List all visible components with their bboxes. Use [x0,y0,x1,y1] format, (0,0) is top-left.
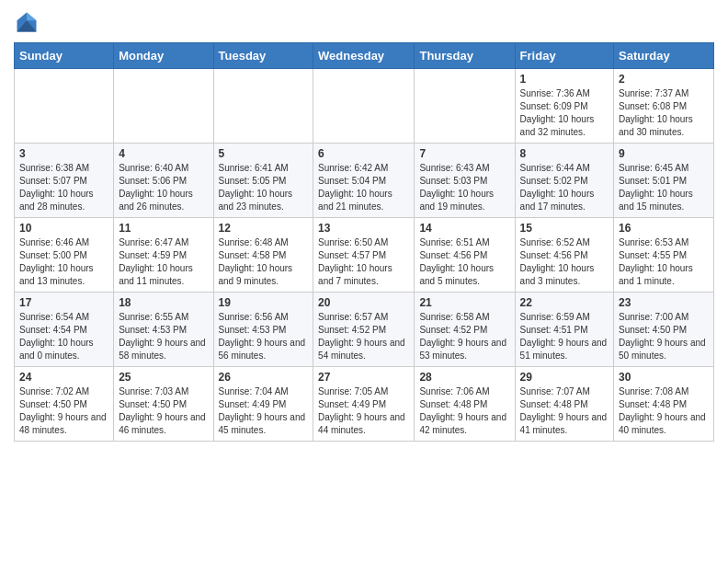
day-number: 4 [119,147,208,160]
day-info: Sunrise: 6:57 AM Sunset: 4:52 PM Dayligh… [318,311,409,362]
day-number: 15 [520,222,609,235]
day-info: Sunrise: 6:50 AM Sunset: 4:57 PM Dayligh… [318,236,409,288]
weekday-header-row: SundayMondayTuesdayWednesdayThursdayFrid… [15,43,714,69]
page-container: SundayMondayTuesdayWednesdayThursdayFrid… [0,0,728,451]
day-number: 12 [219,222,309,235]
calendar-day-cell: 20Sunrise: 6:57 AM Sunset: 4:52 PM Dayli… [313,293,415,367]
calendar-day-cell: 7Sunrise: 6:43 AM Sunset: 5:03 PM Daylig… [415,144,515,218]
day-info: Sunrise: 7:05 AM Sunset: 4:49 PM Dayligh… [318,385,409,437]
day-info: Sunrise: 6:48 AM Sunset: 4:58 PM Dayligh… [219,236,309,288]
day-number: 28 [419,371,509,384]
calendar-day-cell [415,69,515,144]
day-info: Sunrise: 6:51 AM Sunset: 4:56 PM Dayligh… [419,236,509,288]
calendar-week-row: 1Sunrise: 7:36 AM Sunset: 6:09 PM Daylig… [15,69,714,144]
day-info: Sunrise: 7:03 AM Sunset: 4:50 PM Dayligh… [119,385,208,437]
calendar-day-cell: 30Sunrise: 7:08 AM Sunset: 4:48 PM Dayli… [614,367,714,442]
day-number: 24 [19,371,108,384]
day-number: 9 [619,147,709,160]
calendar-day-cell: 15Sunrise: 6:52 AM Sunset: 4:56 PM Dayli… [515,218,613,293]
day-number: 10 [19,222,108,235]
day-info: Sunrise: 6:43 AM Sunset: 5:03 PM Dayligh… [419,162,509,213]
day-number: 3 [19,147,108,160]
day-number: 23 [619,296,709,309]
day-number: 25 [119,371,208,384]
logo-icon [14,9,40,35]
day-number: 7 [419,147,509,160]
calendar-day-cell [15,69,114,144]
day-number: 26 [219,371,309,384]
day-number: 16 [619,222,709,235]
calendar-week-row: 17Sunrise: 6:54 AM Sunset: 4:54 PM Dayli… [15,293,714,367]
day-number: 6 [318,147,409,160]
calendar-day-cell: 3Sunrise: 6:38 AM Sunset: 5:07 PM Daylig… [15,144,114,218]
calendar-day-cell: 21Sunrise: 6:58 AM Sunset: 4:52 PM Dayli… [415,293,515,367]
day-number: 29 [520,371,609,384]
day-info: Sunrise: 7:02 AM Sunset: 4:50 PM Dayligh… [19,385,108,437]
day-number: 20 [318,296,409,309]
calendar-day-cell: 22Sunrise: 6:59 AM Sunset: 4:51 PM Dayli… [515,293,613,367]
calendar-day-cell [114,69,213,144]
day-info: Sunrise: 7:00 AM Sunset: 4:50 PM Dayligh… [619,311,709,362]
logo [14,9,43,35]
calendar-day-cell [313,69,415,144]
page-header [14,9,714,35]
day-number: 18 [119,296,208,309]
calendar-day-cell: 25Sunrise: 7:03 AM Sunset: 4:50 PM Dayli… [114,367,213,442]
day-number: 22 [520,296,609,309]
day-number: 17 [19,296,108,309]
calendar-day-cell: 6Sunrise: 6:42 AM Sunset: 5:04 PM Daylig… [313,144,415,218]
weekday-header-friday: Friday [515,43,613,69]
day-info: Sunrise: 6:52 AM Sunset: 4:56 PM Dayligh… [520,236,609,288]
calendar-day-cell: 12Sunrise: 6:48 AM Sunset: 4:58 PM Dayli… [213,218,313,293]
weekday-header-wednesday: Wednesday [313,43,415,69]
calendar-day-cell: 8Sunrise: 6:44 AM Sunset: 5:02 PM Daylig… [515,144,613,218]
day-info: Sunrise: 6:56 AM Sunset: 4:53 PM Dayligh… [219,311,309,362]
day-number: 30 [619,371,709,384]
day-info: Sunrise: 6:55 AM Sunset: 4:53 PM Dayligh… [119,311,208,362]
calendar-day-cell: 23Sunrise: 7:00 AM Sunset: 4:50 PM Dayli… [614,293,714,367]
calendar-day-cell: 18Sunrise: 6:55 AM Sunset: 4:53 PM Dayli… [114,293,213,367]
calendar-day-cell: 13Sunrise: 6:50 AM Sunset: 4:57 PM Dayli… [313,218,415,293]
day-number: 2 [619,73,709,86]
day-number: 19 [219,296,309,309]
day-number: 5 [219,147,309,160]
day-number: 13 [318,222,409,235]
svg-marker-1 [27,13,37,21]
day-info: Sunrise: 6:59 AM Sunset: 4:51 PM Dayligh… [520,311,609,362]
calendar-week-row: 10Sunrise: 6:46 AM Sunset: 5:00 PM Dayli… [15,218,714,293]
calendar-day-cell: 19Sunrise: 6:56 AM Sunset: 4:53 PM Dayli… [213,293,313,367]
day-info: Sunrise: 7:37 AM Sunset: 6:08 PM Dayligh… [619,87,709,139]
calendar-day-cell [213,69,313,144]
weekday-header-thursday: Thursday [415,43,515,69]
day-info: Sunrise: 6:54 AM Sunset: 4:54 PM Dayligh… [19,311,108,362]
day-info: Sunrise: 6:44 AM Sunset: 5:02 PM Dayligh… [520,162,609,213]
calendar-day-cell: 9Sunrise: 6:45 AM Sunset: 5:01 PM Daylig… [614,144,714,218]
calendar-day-cell: 11Sunrise: 6:47 AM Sunset: 4:59 PM Dayli… [114,218,213,293]
day-number: 21 [419,296,509,309]
day-info: Sunrise: 6:53 AM Sunset: 4:55 PM Dayligh… [619,236,709,288]
calendar-table: SundayMondayTuesdayWednesdayThursdayFrid… [14,42,714,442]
calendar-day-cell: 1Sunrise: 7:36 AM Sunset: 6:09 PM Daylig… [515,69,613,144]
day-info: Sunrise: 7:07 AM Sunset: 4:48 PM Dayligh… [520,385,609,437]
day-number: 11 [119,222,208,235]
calendar-day-cell: 29Sunrise: 7:07 AM Sunset: 4:48 PM Dayli… [515,367,613,442]
calendar-week-row: 24Sunrise: 7:02 AM Sunset: 4:50 PM Dayli… [15,367,714,442]
weekday-header-sunday: Sunday [15,43,114,69]
day-info: Sunrise: 6:46 AM Sunset: 5:00 PM Dayligh… [19,236,108,288]
day-info: Sunrise: 7:08 AM Sunset: 4:48 PM Dayligh… [619,385,709,437]
day-number: 27 [318,371,409,384]
calendar-day-cell: 14Sunrise: 6:51 AM Sunset: 4:56 PM Dayli… [415,218,515,293]
day-info: Sunrise: 7:06 AM Sunset: 4:48 PM Dayligh… [419,385,509,437]
calendar-day-cell: 27Sunrise: 7:05 AM Sunset: 4:49 PM Dayli… [313,367,415,442]
day-info: Sunrise: 6:47 AM Sunset: 4:59 PM Dayligh… [119,236,208,288]
day-info: Sunrise: 6:41 AM Sunset: 5:05 PM Dayligh… [219,162,309,213]
day-info: Sunrise: 6:45 AM Sunset: 5:01 PM Dayligh… [619,162,709,213]
day-info: Sunrise: 6:58 AM Sunset: 4:52 PM Dayligh… [419,311,509,362]
calendar-day-cell: 17Sunrise: 6:54 AM Sunset: 4:54 PM Dayli… [15,293,114,367]
calendar-day-cell: 26Sunrise: 7:04 AM Sunset: 4:49 PM Dayli… [213,367,313,442]
weekday-header-monday: Monday [114,43,213,69]
weekday-header-saturday: Saturday [614,43,714,69]
day-info: Sunrise: 6:38 AM Sunset: 5:07 PM Dayligh… [19,162,108,213]
weekday-header-tuesday: Tuesday [213,43,313,69]
calendar-day-cell: 10Sunrise: 6:46 AM Sunset: 5:00 PM Dayli… [15,218,114,293]
